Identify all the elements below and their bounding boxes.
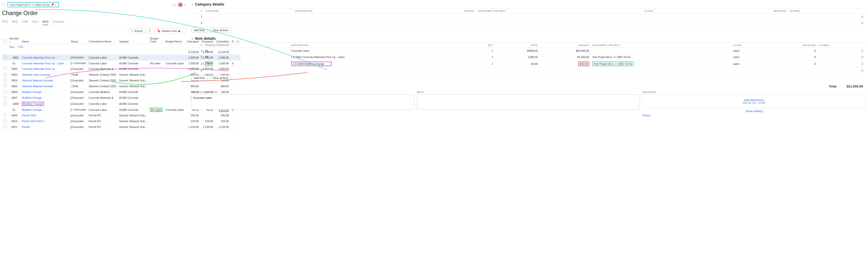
row-name-link[interactable]: Concrete Materials Price Up - Labor (22, 62, 64, 65)
default-view-button[interactable]: 🔖 Default view ◉ ⌄ (155, 28, 186, 34)
cat-clear-all-button[interactable]: Clear all lines (210, 28, 231, 33)
row-menu-icon[interactable]: ⋮ (37, 114, 40, 117)
cat-col-customer-project[interactable]: CUSTOMER / PROJECT (476, 8, 643, 13)
cat-col-class[interactable]: CLASS (643, 8, 703, 13)
trash-icon[interactable]: 🗑 (861, 62, 864, 66)
row-name-link[interactable]: Multiline Change (22, 91, 41, 94)
item-col-received[interactable]: RECEIVED (767, 43, 817, 48)
item-row[interactable]: ⋮⋮104Concrete-Labor120000.00$20,000.00La… (191, 48, 866, 54)
item-clear-all-button[interactable]: Clear all lines (210, 75, 231, 80)
item-col-customer-project[interactable]: CUSTOMER / PROJECT (591, 43, 732, 48)
export-button[interactable]: ⇪ Export (129, 28, 145, 34)
item-col-amount[interactable]: AMOUNT (539, 43, 591, 48)
item-row[interactable]: ⋮⋮4🗑 (191, 68, 866, 74)
privacy-link[interactable]: Privacy (642, 114, 866, 117)
row-menu-icon[interactable]: ⋮ (44, 102, 47, 105)
cat-col--[interactable]: # (199, 8, 204, 13)
message-input[interactable] (191, 95, 414, 110)
trash-icon[interactable]: 🗑 (861, 21, 864, 25)
row-menu-icon[interactable]: ⋮ (54, 85, 57, 88)
row-menu-icon[interactable]: ⋮ (42, 108, 45, 111)
row-name-link[interactable]: Multiline Change (23, 102, 42, 105)
row-checkbox[interactable] (3, 56, 6, 59)
col-name[interactable]: Name (20, 36, 69, 44)
trash-icon[interactable]: 🗑 (861, 49, 864, 53)
expand-caret-icon[interactable]: › (9, 79, 11, 82)
tab-pco[interactable]: PCO (2, 19, 8, 25)
row-checkbox[interactable] (3, 84, 6, 88)
row-menu-icon[interactable]: ⋮ (30, 126, 33, 129)
trash-icon[interactable]: 🗑 (861, 15, 864, 19)
item-details-header[interactable]: ⌄ Item details (191, 36, 866, 40)
category-row[interactable]: ⋮⋮1🗑 (191, 13, 866, 20)
expand-all[interactable]: Exp... (9, 45, 16, 48)
item-col-product-service[interactable]: PRODUCT/SERVICE (204, 43, 289, 48)
tab-oco[interactable]: OCO (32, 19, 38, 25)
attachment-dropzone[interactable]: Add attachment Max file size: 20 MB (642, 95, 866, 108)
avatar[interactable]: AA (178, 2, 183, 7)
row-checkbox[interactable] (3, 90, 6, 93)
cat-col-amount[interactable]: AMOUNT (402, 8, 476, 13)
row-name-link[interactable]: Permit 2024 Part 2 (22, 120, 44, 123)
expand-caret-icon[interactable]: › (9, 85, 11, 88)
col-commitment[interactable]: Commitment Name (87, 36, 118, 44)
row-menu-icon[interactable]: ⋮ (56, 67, 59, 70)
collapse-all[interactable]: Coll... (18, 45, 25, 48)
row-checkbox[interactable] (3, 96, 6, 99)
row-name-link[interactable]: Multiline Change (22, 96, 41, 99)
category-details-header[interactable]: ⌄ Category details (191, 2, 866, 6)
row-checkbox[interactable] (3, 114, 6, 117)
row-menu-icon[interactable]: ⋮ (56, 56, 59, 59)
tab-cor[interactable]: COR (22, 19, 28, 25)
expand-caret-icon[interactable]: › (9, 74, 11, 76)
item-col-description[interactable]: DESCRIPTION (289, 43, 469, 48)
row-name-link[interactable]: Sitework Labor Increase (22, 73, 50, 76)
row-menu-icon[interactable]: ⋮ (54, 79, 57, 82)
category-row[interactable]: ⋮⋮2🗑 (191, 20, 866, 26)
row-name-link[interactable]: Concrete Materials Price Up (22, 56, 55, 59)
col-number[interactable]: Number (9, 37, 19, 40)
select-all-checkbox[interactable] (3, 39, 6, 42)
row-name-link[interactable]: Multiline Change (22, 108, 41, 111)
row-menu-icon[interactable]: ⋮ (65, 62, 68, 65)
project-chip[interactable]: Test Project:ACC <> QBO SCOs 📌 ▾ (7, 2, 59, 7)
row-checkbox[interactable] (3, 73, 6, 76)
cat-col-description[interactable]: DESCRIPTION (294, 8, 402, 13)
drag-handle-icon[interactable]: ⋮⋮ (193, 15, 198, 18)
expand-caret-icon[interactable]: › (9, 120, 11, 123)
row-menu-icon[interactable]: ⋮ (45, 120, 48, 123)
tab-cost item[interactable]: Cost Item (52, 19, 64, 25)
row-menu-icon[interactable]: ⋮ (42, 96, 45, 99)
item-col-rate[interactable]: RATE (495, 43, 539, 48)
add-attachment-link[interactable]: Add attachment (744, 99, 764, 102)
drag-handle-icon[interactable]: ⋮⋮ (193, 63, 198, 65)
expand-caret-icon[interactable]: › (9, 126, 11, 129)
row-name-link[interactable]: Sitework Material Increase (22, 85, 53, 88)
col-budget-code[interactable]: Budget Code (149, 36, 164, 44)
cat-col-category[interactable]: CATEGORY (204, 8, 294, 13)
row-menu-icon[interactable]: ⋮ (51, 73, 54, 76)
memo-input[interactable] (417, 95, 640, 110)
row-name-link[interactable]: Sitework Material Increase (22, 79, 53, 82)
row-checkbox[interactable] (3, 67, 6, 70)
item-row[interactable]: ⋮⋮304CO 0008 Multiline Change150.00$50.0… (191, 60, 866, 68)
col-status[interactable]: Status (69, 36, 87, 44)
tab-sco[interactable]: SCO (42, 19, 49, 25)
show-existing-link[interactable]: Show existing (642, 110, 866, 113)
row-checkbox[interactable] (3, 102, 6, 105)
avatar-caret-icon[interactable]: ▾ (184, 3, 186, 6)
expand-caret-icon[interactable]: › (9, 97, 11, 99)
drag-handle-icon[interactable]: ⋮⋮ (193, 69, 198, 72)
back-button[interactable]: ‹ (2, 3, 6, 7)
col-budget-name[interactable]: Budget Name (164, 36, 185, 44)
item-col-class[interactable]: CLASS (732, 43, 767, 48)
cat-col-received[interactable]: RECEIVED (703, 8, 788, 13)
expand-caret-icon[interactable]: › (9, 68, 11, 70)
cat-col-closed[interactable]: CLOSED (788, 8, 860, 13)
drag-handle-icon[interactable]: ⋮⋮ (193, 56, 198, 59)
filter-button[interactable]: ▽ (147, 28, 153, 34)
col-supplier[interactable]: Supplier (118, 36, 149, 44)
row-checkbox[interactable] (3, 119, 6, 123)
trash-icon[interactable]: 🗑 (861, 69, 864, 72)
trash-icon[interactable]: 🗑 (861, 55, 864, 59)
